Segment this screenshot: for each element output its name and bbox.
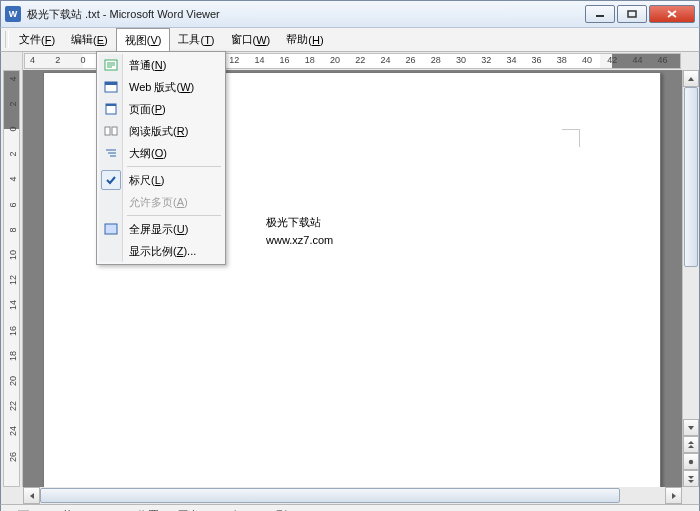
svg-rect-18 <box>105 82 117 85</box>
status-column: 7 列 <box>267 508 287 512</box>
minimize-button[interactable] <box>585 5 615 23</box>
scroll-left-button[interactable] <box>23 487 40 504</box>
close-button[interactable] <box>649 5 695 23</box>
svg-marker-10 <box>688 480 694 483</box>
outline-icon <box>103 145 119 161</box>
normal-view-icon <box>103 57 119 73</box>
menu-separator-2 <box>127 215 221 216</box>
scroll-h-spacer <box>1 487 23 504</box>
menu-item-zoom[interactable]: 显示比例(Z)... <box>99 240 223 262</box>
reading-layout-icon <box>103 123 119 139</box>
svg-marker-5 <box>688 426 694 430</box>
menu-item-web-layout[interactable]: Web 版式(W) <box>99 76 223 98</box>
app-icon: W <box>5 6 21 22</box>
window-controls <box>583 5 695 23</box>
scroll-h-thumb[interactable] <box>40 488 620 503</box>
svg-marker-4 <box>688 77 694 81</box>
fullscreen-icon <box>103 221 119 237</box>
menu-item-outline[interactable]: 大纲(O) <box>99 142 223 164</box>
menu-item-fullscreen[interactable]: 全屏显示(U) <box>99 218 223 240</box>
scrollbar-horizontal-area <box>0 487 700 504</box>
svg-marker-6 <box>688 441 694 444</box>
menu-help[interactable]: 帮助(H) <box>278 28 331 51</box>
svg-rect-21 <box>105 127 110 135</box>
view-menu-dropdown: 普通(N) Web 版式(W) 页面(P) 阅读版式(R) 大纲(O) 标尺(L… <box>96 51 226 265</box>
svg-marker-7 <box>688 445 694 448</box>
status-position: 位置 2.5厘米 <box>137 508 199 512</box>
svg-marker-11 <box>30 493 34 499</box>
doc-line-2: www.xz7.com <box>266 231 333 249</box>
page-layout-icon <box>103 101 119 117</box>
scroll-h-track[interactable] <box>40 487 665 504</box>
titlebar: W 极光下载站 .txt - Microsoft Word Viewer <box>0 0 700 28</box>
maximize-button[interactable] <box>617 5 647 23</box>
svg-rect-20 <box>106 104 116 106</box>
ruler-corner <box>1 52 23 70</box>
browse-object-button[interactable] <box>683 453 699 470</box>
scrollbar-vertical[interactable] <box>682 70 699 487</box>
browse-next-button[interactable] <box>683 470 699 487</box>
menu-item-page-layout[interactable]: 页面(P) <box>99 98 223 120</box>
svg-rect-26 <box>105 224 117 234</box>
scroll-up-button[interactable] <box>683 70 699 87</box>
svg-rect-1 <box>628 11 636 17</box>
scroll-corner <box>682 487 699 504</box>
doc-line-1: 极光下载站 <box>266 213 333 231</box>
document-body-text: 极光下载站 www.xz7.com <box>266 213 333 249</box>
menu-separator-1 <box>127 166 221 167</box>
menu-view[interactable]: 视图(V) <box>116 28 171 51</box>
web-layout-icon <box>103 79 119 95</box>
browse-prev-button[interactable] <box>683 436 699 453</box>
menu-tools[interactable]: 工具(T) <box>170 28 222 51</box>
menubar: 文件(F) 编辑(E) 视图(V) 工具(T) 窗口(W) 帮助(H) <box>0 28 700 52</box>
scroll-v-nav <box>683 419 699 487</box>
scroll-v-thumb[interactable] <box>684 87 698 267</box>
menu-item-normal[interactable]: 普通(N) <box>99 54 223 76</box>
check-icon <box>101 170 121 190</box>
svg-point-8 <box>689 459 693 463</box>
scroll-right-button[interactable] <box>665 487 682 504</box>
ruler-vertical[interactable]: 4202468101214161820222426 <box>1 70 23 487</box>
menubar-grip[interactable] <box>5 31 9 48</box>
scroll-v-track[interactable] <box>683 87 699 423</box>
window-title: 极光下载站 .txt - Microsoft Word Viewer <box>27 7 583 22</box>
status-page: 1 页 <box>9 508 29 512</box>
statusbar: 1 页 1 节 1/1 位置 2.5厘米 1 行 7 列 <box>0 504 700 511</box>
status-line: 1 行 <box>223 508 243 512</box>
margin-marker-tr <box>562 129 580 147</box>
menu-file[interactable]: 文件(F) <box>11 28 63 51</box>
menu-item-ruler[interactable]: 标尺(L) <box>99 169 223 191</box>
scroll-down-button[interactable] <box>683 419 699 436</box>
menu-edit[interactable]: 编辑(E) <box>63 28 116 51</box>
menu-item-allow-multipage: 允许多页(A) <box>99 191 223 213</box>
menu-item-reading-layout[interactable]: 阅读版式(R) <box>99 120 223 142</box>
svg-marker-12 <box>672 493 676 499</box>
svg-marker-9 <box>688 476 694 479</box>
svg-rect-22 <box>112 127 117 135</box>
status-section: 1 节 <box>53 508 73 512</box>
menu-window[interactable]: 窗口(W) <box>223 28 279 51</box>
